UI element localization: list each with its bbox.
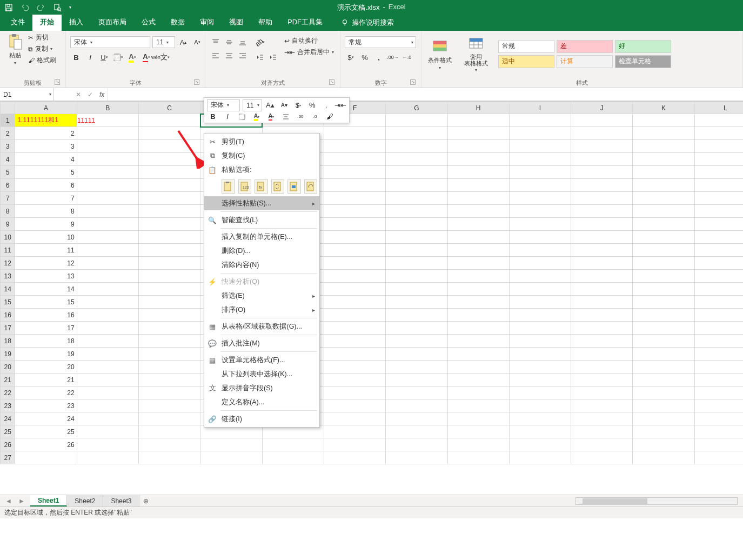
cell-A19[interactable]: 19 — [15, 348, 77, 361]
cell-J5[interactable] — [571, 166, 633, 179]
cell-L10[interactable] — [694, 231, 743, 244]
cell-G15[interactable] — [386, 296, 447, 309]
cell-I8[interactable] — [509, 205, 571, 218]
decrease-font-icon[interactable]: A▾ — [191, 36, 203, 48]
cell-L9[interactable] — [694, 218, 743, 231]
cell-I14[interactable] — [509, 283, 571, 296]
cell-C13[interactable] — [139, 270, 200, 283]
cell-B3[interactable] — [77, 140, 138, 153]
ctx-show-phonetic[interactable]: 文显示拼音字段(S) — [204, 381, 319, 395]
cell-L23[interactable] — [694, 399, 743, 412]
cell-I1[interactable] — [509, 114, 571, 127]
cell-A27[interactable] — [15, 451, 77, 464]
cell-L13[interactable] — [694, 270, 743, 283]
cell-I13[interactable] — [509, 270, 571, 283]
merge-center-button[interactable]: ⇥⇤合并后居中▾ — [284, 48, 334, 57]
qat-customize-icon[interactable]: ▾ — [69, 5, 71, 10]
cell-K5[interactable] — [633, 166, 694, 179]
cell-G5[interactable] — [386, 166, 447, 179]
row-header-15[interactable]: 15 — [1, 296, 15, 309]
mini-increase-font-icon[interactable]: A▴ — [265, 99, 276, 111]
cell-A9[interactable]: 9 — [15, 218, 77, 231]
cell-H18[interactable] — [447, 335, 509, 348]
cell-L16[interactable] — [694, 309, 743, 322]
sheet-nav-next-icon[interactable]: ► — [18, 497, 25, 505]
paste-formulas-icon[interactable]: fx — [255, 179, 268, 194]
cell-G22[interactable] — [386, 386, 447, 399]
border-button[interactable]: ▾ — [112, 51, 124, 63]
cell-I19[interactable] — [509, 348, 571, 361]
cell-J12[interactable] — [571, 257, 633, 270]
cell-J15[interactable] — [571, 296, 633, 309]
fill-color-button[interactable]: A▾ — [126, 51, 138, 63]
cell-I2[interactable] — [509, 127, 571, 140]
name-box[interactable]: D1▾ — [0, 88, 54, 101]
cell-A23[interactable]: 23 — [15, 399, 77, 412]
tab-data[interactable]: 数据 — [163, 14, 192, 31]
tab-formulas[interactable]: 公式 — [134, 14, 163, 31]
tab-insert[interactable]: 插入 — [62, 14, 91, 31]
cell-B1[interactable]: 11111 — [77, 114, 138, 127]
cell-L26[interactable] — [694, 438, 743, 451]
cell-I4[interactable] — [509, 153, 571, 166]
align-bottom-icon[interactable] — [237, 36, 249, 48]
cell-C9[interactable] — [139, 218, 200, 231]
cell-C24[interactable] — [139, 412, 200, 425]
row-header-19[interactable]: 19 — [1, 348, 15, 361]
cell-C15[interactable] — [139, 296, 200, 309]
cell-A24[interactable]: 24 — [15, 412, 77, 425]
col-header-L[interactable]: L — [694, 102, 743, 114]
cell-F20[interactable] — [324, 361, 385, 374]
cell-I22[interactable] — [509, 386, 571, 399]
cell-K11[interactable] — [633, 244, 694, 257]
cell-J1[interactable] — [571, 114, 633, 127]
style-good[interactable]: 好 — [615, 40, 671, 53]
mini-font-size[interactable]: 11▾ — [243, 99, 262, 111]
paste-formatting-icon[interactable] — [287, 179, 301, 194]
ctx-insert-cells[interactable]: 插入复制的单元格(E)... — [204, 230, 319, 244]
cell-H5[interactable] — [447, 166, 509, 179]
col-header-K[interactable]: K — [633, 102, 694, 114]
cell-C20[interactable] — [139, 361, 200, 374]
cell-F17[interactable] — [324, 322, 385, 335]
mini-font-color-icon[interactable]: A▾ — [265, 111, 277, 123]
redo-icon[interactable] — [37, 3, 45, 12]
cell-H8[interactable] — [447, 205, 509, 218]
tab-help[interactable]: 帮助 — [251, 14, 280, 31]
cell-J14[interactable] — [571, 283, 633, 296]
dialog-launcher-icon[interactable]: ↘ — [410, 79, 416, 85]
cell-B18[interactable] — [77, 335, 138, 348]
mini-format-painter-icon[interactable]: 🖌 — [324, 111, 336, 123]
cell-H1[interactable] — [447, 114, 509, 127]
cell-K26[interactable] — [633, 438, 694, 451]
cell-A13[interactable]: 13 — [15, 270, 77, 283]
mini-bold-icon[interactable]: B — [207, 111, 219, 123]
font-name-select[interactable]: 宋体▾ — [70, 36, 150, 48]
cell-F11[interactable] — [324, 244, 385, 257]
new-sheet-button[interactable]: ⊕ — [139, 497, 152, 505]
cell-F13[interactable] — [324, 270, 385, 283]
cell-H3[interactable] — [447, 140, 509, 153]
cell-A14[interactable]: 14 — [15, 283, 77, 296]
cell-B9[interactable] — [77, 218, 138, 231]
cell-C5[interactable] — [139, 166, 200, 179]
row-header-14[interactable]: 14 — [1, 283, 15, 296]
style-neutral[interactable]: 适中 — [498, 55, 554, 68]
row-header-11[interactable]: 11 — [1, 244, 15, 257]
cell-L19[interactable] — [694, 348, 743, 361]
cell-C10[interactable] — [139, 231, 200, 244]
col-header-B[interactable]: B — [77, 102, 138, 114]
cell-K22[interactable] — [633, 386, 694, 399]
cell-L17[interactable] — [694, 322, 743, 335]
col-header-A[interactable]: A — [15, 102, 77, 114]
ctx-define-name[interactable]: 定义名称(A)... — [204, 395, 319, 409]
cell-G2[interactable] — [386, 127, 447, 140]
cell-J2[interactable] — [571, 127, 633, 140]
paste-button[interactable]: 粘贴 ▾ — [4, 33, 26, 65]
cell-A26[interactable]: 26 — [15, 438, 77, 451]
cell-J18[interactable] — [571, 335, 633, 348]
mini-align-icon[interactable] — [280, 111, 292, 123]
undo-icon[interactable] — [21, 3, 29, 12]
cell-L14[interactable] — [694, 283, 743, 296]
ctx-format-cells[interactable]: ▤设置单元格格式(F)... — [204, 353, 319, 367]
